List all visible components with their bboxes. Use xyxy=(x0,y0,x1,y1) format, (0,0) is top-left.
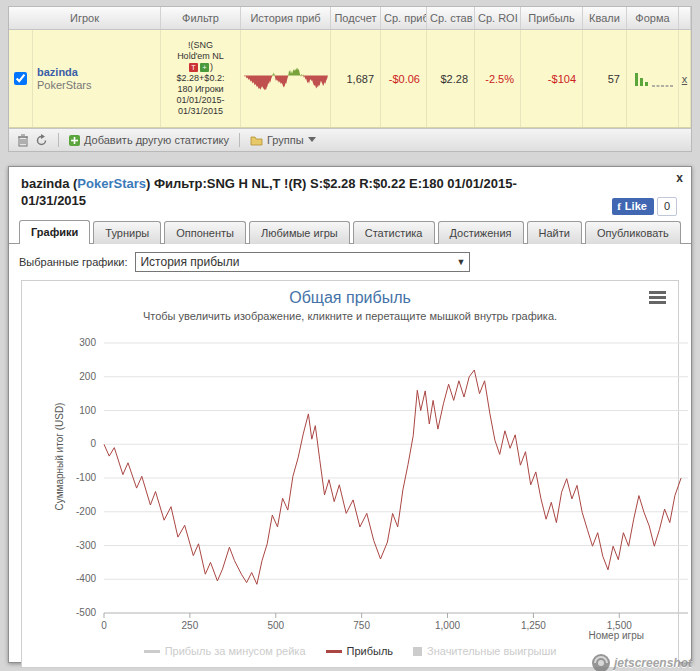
col-header-avg-profit[interactable]: Ср. приб xyxy=(381,7,427,29)
form-sparkline-cell xyxy=(627,30,679,127)
svg-text:-400: -400 xyxy=(76,573,96,584)
player-name-link[interactable]: bazinda xyxy=(37,66,156,78)
filter-line-2: Hold'em NL xyxy=(177,51,224,62)
tab-publish[interactable]: Опубликовать xyxy=(585,221,681,244)
chart-controls: Выбранные графики: История прибыли ▼ xyxy=(9,244,691,276)
tab-statistics[interactable]: Статистика xyxy=(353,221,435,244)
add-statistic-label: Добавить другую статистику xyxy=(84,134,229,146)
profit-cell: -$104 xyxy=(521,30,583,127)
legend-line-symbol xyxy=(144,650,160,653)
col-header-history[interactable]: История приб xyxy=(241,7,331,29)
entrants-badge-icon: + xyxy=(200,63,209,72)
facebook-logo-icon: f xyxy=(617,200,621,212)
divider xyxy=(239,133,240,147)
groups-button[interactable]: Группы xyxy=(250,134,316,146)
legend-item-significant-wins[interactable]: Значительные выигрыши xyxy=(413,645,556,657)
legend-item-profit-minus-rake[interactable]: Прибыль за минусом рейка xyxy=(144,645,306,657)
filter-line-5: 01/01/2015- xyxy=(176,95,224,106)
tab-favorite-games[interactable]: Любимые игры xyxy=(249,221,350,244)
player-stats-table: Игрок Фильтр История приб Подсчет Ср. пр… xyxy=(8,6,692,152)
svg-text:750: 750 xyxy=(353,620,370,631)
dropdown-arrow-icon: ▼ xyxy=(457,257,466,267)
avg-roi-cell: -2.5% xyxy=(475,30,521,127)
col-header-count[interactable]: Подсчет xyxy=(331,7,381,29)
svg-text:0: 0 xyxy=(101,620,107,631)
refresh-icon[interactable] xyxy=(35,134,48,147)
remove-row-link[interactable]: x xyxy=(682,73,688,85)
chart-type-select[interactable]: История прибыли ▼ xyxy=(135,252,470,272)
avg-stake-cell: $2.28 xyxy=(427,30,475,127)
player-cell[interactable]: bazinda PokerStars xyxy=(33,30,161,127)
legend-square-symbol xyxy=(413,647,422,656)
legend-item-profit[interactable]: Прибыль xyxy=(326,645,394,657)
filter-line-4: 180 Игроки xyxy=(177,84,223,95)
svg-text:500: 500 xyxy=(267,620,284,631)
svg-text:1,250: 1,250 xyxy=(521,620,546,631)
svg-text:1,000: 1,000 xyxy=(435,620,460,631)
form-sparkline xyxy=(632,68,674,90)
chart-type-selected-value: История прибыли xyxy=(140,255,239,269)
chart-menu-icon[interactable] xyxy=(649,291,666,306)
tab-tournaments[interactable]: Турниры xyxy=(93,221,161,244)
legend-label: Значительные выигрыши xyxy=(427,645,556,657)
svg-text:0: 0 xyxy=(90,438,96,449)
col-header-filter[interactable]: Фильтр xyxy=(161,7,241,29)
facebook-like-count: 0 xyxy=(657,197,677,216)
chevron-down-icon xyxy=(308,137,316,143)
trash-icon[interactable] xyxy=(17,134,29,147)
history-sparkline-cell[interactable] xyxy=(241,30,331,127)
col-header-spacer xyxy=(679,7,691,29)
svg-text:100: 100 xyxy=(79,405,96,416)
svg-text:-100: -100 xyxy=(76,472,96,483)
tournament-badge-icon: T xyxy=(189,63,198,72)
row-checkbox[interactable] xyxy=(14,72,27,85)
panel-site-link[interactable]: PokerStars xyxy=(77,176,146,191)
divider xyxy=(58,133,59,147)
panel-tabs: Графики Турниры Оппоненты Любимые игры С… xyxy=(9,211,691,244)
groups-label: Группы xyxy=(267,134,304,146)
facebook-like-widget: f Like 0 xyxy=(612,197,677,216)
svg-text:300: 300 xyxy=(79,337,96,348)
col-header-avg-roi[interactable]: Ср. ROI xyxy=(475,7,521,29)
chart-subtitle: Чтобы увеличить изображение, кликните и … xyxy=(22,307,678,322)
tab-achievements[interactable]: Достижения xyxy=(438,221,524,244)
tab-find[interactable]: Найти xyxy=(527,221,582,244)
svg-text:-200: -200 xyxy=(76,506,96,517)
filter-line-6: 01/31/2015 xyxy=(178,106,223,117)
filter-cell: !(SNG Hold'em NL T+) $2.28+$0.2: 180 Игр… xyxy=(161,30,241,127)
legend-line-symbol xyxy=(326,650,342,653)
profit-chart[interactable]: Общая прибыль Чтобы увеличить изображени… xyxy=(21,280,679,668)
col-header-quali[interactable]: Квали xyxy=(583,7,627,29)
chart-legend: Прибыль за минусом рейка Прибыль Значите… xyxy=(22,645,678,657)
col-header-profit[interactable]: Прибыль xyxy=(521,7,583,29)
panel-title: bazinda (PokerStars) Фильтр:SNG H NL,T !… xyxy=(9,167,691,211)
row-checkbox-cell xyxy=(9,30,33,127)
tab-opponents[interactable]: Оппоненты xyxy=(164,221,246,244)
facebook-like-button[interactable]: f Like xyxy=(612,198,654,215)
svg-text:200: 200 xyxy=(79,371,96,382)
selected-charts-label: Выбранные графики: xyxy=(19,256,127,268)
col-header-form[interactable]: Форма xyxy=(627,7,679,29)
facebook-like-label: Like xyxy=(625,200,647,212)
folder-icon xyxy=(250,135,263,146)
table-row[interactable]: bazinda PokerStars !(SNG Hold'em NL T+) … xyxy=(9,30,691,128)
plus-icon xyxy=(69,135,80,146)
svg-text:-500: -500 xyxy=(76,607,96,618)
count-cell: 1,687 xyxy=(331,30,381,127)
col-header-avg-stake[interactable]: Ср. став xyxy=(427,7,475,29)
remove-row-cell: x xyxy=(679,30,691,127)
chart-svg: 3002001000-100-200-300-400-5000250500750… xyxy=(48,337,698,637)
chart-title: Общая прибыль xyxy=(22,281,678,307)
svg-text:-300: -300 xyxy=(76,540,96,551)
svg-text:250: 250 xyxy=(182,620,199,631)
chart-plot-area: 3002001000-100-200-300-400-5000250500750… xyxy=(48,337,698,639)
add-statistic-button[interactable]: Добавить другую статистику xyxy=(69,134,229,146)
panel-title-prefix: bazinda ( xyxy=(21,176,77,191)
tab-charts[interactable]: Графики xyxy=(19,220,90,244)
col-header-player[interactable]: Игрок xyxy=(9,7,161,29)
player-site-label: PokerStars xyxy=(37,79,156,91)
player-detail-panel: x bazinda (PokerStars) Фильтр:SNG H NL,T… xyxy=(8,166,692,663)
table-header-row: Игрок Фильтр История приб Подсчет Ср. пр… xyxy=(9,7,691,30)
avg-profit-cell: -$0.06 xyxy=(381,30,427,127)
panel-close-button[interactable]: x xyxy=(676,171,683,185)
